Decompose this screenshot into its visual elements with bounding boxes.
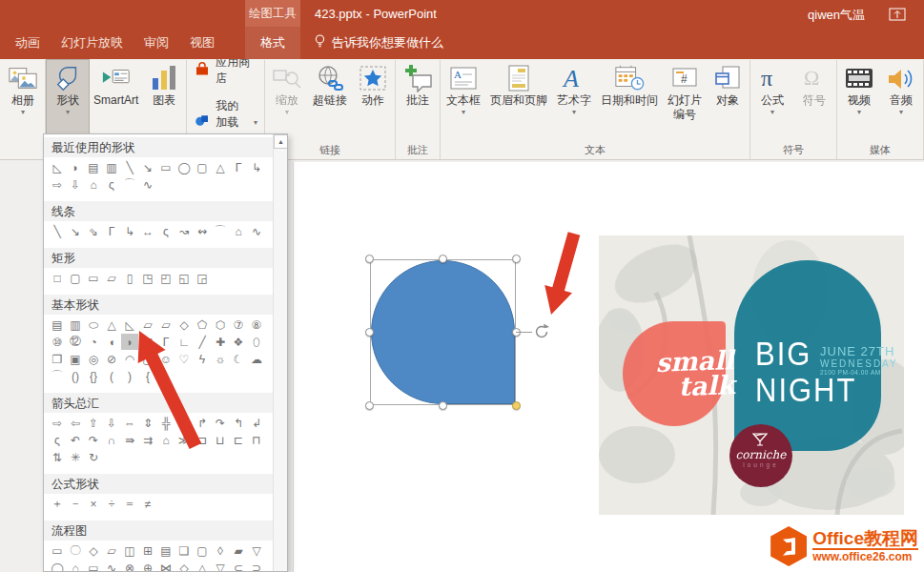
shape-icon[interactable]: ⊗	[121, 560, 138, 572]
shape-icon[interactable]: ╲	[49, 223, 66, 239]
shape-icon[interactable]: ◗	[67, 159, 84, 175]
shape-icon[interactable]: {}	[85, 368, 102, 384]
ribbon-button-equation[interactable]: π 公式▾	[751, 60, 793, 140]
tab-审阅[interactable]: 审阅	[144, 27, 169, 59]
shape-icon[interactable]: ς	[157, 223, 175, 239]
shape-icon[interactable]: ⌂	[85, 176, 102, 193]
shape-icon[interactable]: ⌂	[230, 223, 247, 239]
shape-icon[interactable]: ↘	[67, 223, 84, 239]
shape-icon[interactable]: Γ	[230, 159, 247, 175]
ribbon-button-textbox[interactable]: A 文本框▾	[441, 60, 485, 140]
resize-handle-top[interactable]	[439, 255, 447, 263]
ribbon-button-shapes[interactable]: 形状▾	[47, 60, 89, 140]
shape-icon[interactable]: ↷	[85, 432, 102, 448]
shape-icon[interactable]: ◲	[194, 270, 211, 286]
shape-icon[interactable]: ↳	[248, 159, 265, 175]
shape-icon[interactable]: ⊘	[103, 351, 120, 367]
shape-icon[interactable]: ∿	[103, 560, 120, 572]
shape-icon[interactable]: ⬭	[85, 317, 102, 333]
shape-icon[interactable]: ⇩	[67, 176, 84, 193]
shape-icon[interactable]: ⇨	[49, 176, 66, 193]
shape-icon[interactable]: ⬯	[248, 334, 265, 350]
shape-icon[interactable]: ⑦	[230, 317, 247, 333]
shape-icon[interactable]: ⌒	[121, 176, 138, 193]
shape-icon[interactable]: ▯	[121, 270, 138, 286]
shape-icon[interactable]: ▭	[157, 159, 175, 175]
shape-icon[interactable]: ⇅	[49, 449, 66, 465]
shape-icon[interactable]: ⊔	[212, 432, 229, 448]
account-name[interactable]: qiwen气温	[808, 7, 865, 24]
shape-icon[interactable]: ⑧	[248, 317, 265, 333]
shape-icon[interactable]: ▢	[194, 542, 211, 559]
shape-icon[interactable]: ∿	[139, 176, 156, 193]
shape-icon[interactable]: ◱	[175, 270, 193, 286]
shape-icon[interactable]: ↻	[85, 449, 102, 465]
resize-handle-bottom[interactable]	[439, 401, 447, 410]
resize-handle-top-right[interactable]	[512, 255, 521, 263]
shape-icon[interactable]: ▰	[230, 542, 247, 559]
shape-icon[interactable]: ⇦	[67, 415, 84, 431]
shape-icon[interactable]: ⑫	[67, 334, 84, 350]
shape-icon[interactable]: ⇧	[85, 415, 102, 431]
shape-icon[interactable]: (	[103, 368, 120, 384]
shape-icon[interactable]: ☾	[230, 351, 247, 367]
shape-icon[interactable]: ▭	[85, 560, 102, 572]
shape-icon[interactable]: ▥	[103, 159, 120, 175]
panel-scrollbar[interactable]: ▲	[273, 134, 287, 572]
shape-icon[interactable]: ✳	[67, 449, 84, 465]
shape-icon[interactable]: ▤	[85, 159, 102, 175]
shape-icon[interactable]: 〇	[67, 542, 84, 559]
shape-icon[interactable]: ⬡	[212, 317, 229, 333]
share-icon[interactable]	[888, 5, 907, 22]
shape-icon[interactable]: ▱	[103, 270, 120, 286]
shape-icon[interactable]: －	[67, 496, 84, 512]
shape-icon[interactable]: ◳	[139, 270, 156, 286]
shape-icon[interactable]: ⌂	[67, 560, 84, 572]
ribbon-button-datetime[interactable]: 日期和时间	[596, 60, 663, 140]
shape-icon[interactable]: ◺	[49, 159, 66, 175]
shape-icon[interactable]: ς	[49, 432, 66, 448]
ribbon-button-wordart[interactable]: A 艺术字▾	[552, 60, 596, 140]
shape-icon[interactable]: ⌒	[212, 223, 229, 239]
ribbon-button-chart[interactable]: 图表	[143, 60, 185, 140]
shape-icon[interactable]: ▭	[49, 542, 66, 559]
shape-icon[interactable]: ☁	[248, 351, 265, 367]
shape-icon[interactable]: ◰	[157, 270, 175, 286]
shape-icon[interactable]: ↷	[212, 415, 229, 431]
shape-icon[interactable]: ◯	[49, 560, 66, 572]
shape-icon[interactable]: ◫	[121, 542, 138, 559]
shape-icon[interactable]: ╲	[121, 159, 138, 175]
shape-icon[interactable]: ⌒	[49, 368, 66, 384]
shape-icon[interactable]: ◇	[175, 560, 193, 572]
ribbon-button-smartart[interactable]: SmartArt	[89, 60, 143, 140]
shape-icon[interactable]: ↔	[139, 223, 156, 239]
shape-icon[interactable]: ✚	[212, 334, 229, 350]
shape-icon[interactable]: △	[103, 317, 120, 333]
shape-icon[interactable]: ◎	[85, 351, 102, 367]
shape-icon[interactable]: □	[49, 270, 66, 286]
shape-icon[interactable]: ＋	[49, 496, 66, 512]
poster-image[interactable]: small talk BIG NIGHT JUNE 27TH WEDNESDAY…	[599, 235, 904, 515]
ribbon-button-video[interactable]: 视频▾	[838, 60, 880, 140]
ribbon-button-hyperlink[interactable]: 超链接	[308, 60, 352, 140]
shape-icon[interactable]: ↝	[175, 223, 193, 239]
ribbon-button-object[interactable]: 对象	[707, 60, 749, 140]
shape-icon[interactable]: ⇨	[49, 415, 66, 431]
shape-icon[interactable]: ▢	[67, 270, 84, 286]
shape-icon[interactable]: ⊓	[248, 432, 265, 448]
shape-icon[interactable]: ⊃	[248, 560, 265, 572]
shape-icon[interactable]: ↶	[67, 432, 84, 448]
shape-icon[interactable]: ▤	[157, 542, 175, 559]
shape-icon[interactable]: ◖	[103, 334, 120, 350]
shape-icon[interactable]: ⋈	[157, 560, 175, 572]
shape-icon[interactable]: ◇	[85, 542, 102, 559]
shape-icon[interactable]: ▽	[248, 542, 265, 559]
shape-icon[interactable]: ＝	[121, 496, 138, 512]
shape-icon[interactable]: ⇩	[103, 415, 120, 431]
rotate-handle-icon[interactable]	[532, 322, 551, 341]
shape-icon[interactable]: ▤	[49, 317, 66, 333]
shape-icon[interactable]: ❐	[49, 351, 66, 367]
shape-icon[interactable]: △	[212, 159, 229, 175]
shape-icon[interactable]: ς	[103, 176, 120, 193]
ribbon-button-album[interactable]: 相册▾	[2, 60, 44, 140]
